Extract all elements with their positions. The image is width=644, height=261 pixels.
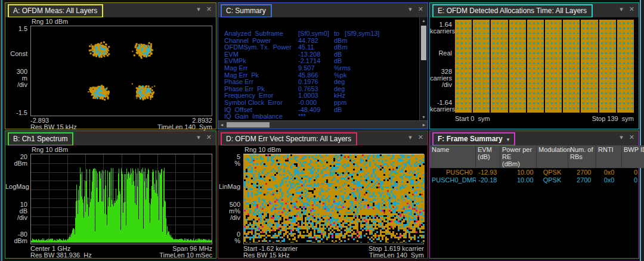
close-icon[interactable]: ✕ [629,133,634,141]
panel-d-titlebar: D: OFDM Err Vect Spectrum: All Layers ▾✕ [218,131,428,145]
close-icon[interactable]: ✕ [629,5,634,13]
allocation-bar [527,20,544,113]
tab-ofdm-meas[interactable]: A: OFDM Meas: All Layers [8,4,103,17]
spectrum-canvas [31,154,212,243]
summary-row: Mag Err Pk45.866%pk [224,72,419,79]
panel-b-titlebar: B: Ch1 Spectrum ▾✕ [5,131,216,145]
plot-footer: Res BW 15 kHzTimeLen 140 Sym [30,123,212,130]
panel-a-titlebar: A: OFDM Meas: All Layers ▾✕ [5,3,216,17]
close-icon[interactable]: ✕ [418,5,423,13]
table-cell: -12.93 [476,168,500,176]
tab-summary[interactable]: C: Summary [221,4,272,17]
y-axis-labels: 1.5Const300m/div-1.5 [5,26,29,116]
column-header[interactable]: Modulation [537,145,568,168]
axis-tick-label: LogMag [5,183,27,189]
summary-horizontal-scrollbar[interactable]: ◄ ► [218,120,428,129]
range-label: Rng 10 dBm [32,146,68,153]
table-cell: PUSCH0 [430,168,476,176]
axis-tick-label: -80dBm [5,231,27,244]
column-header[interactable]: Power per RE(dBm) [500,145,537,168]
table-row[interactable]: PUSCH0_DMRS-20.1810.00QPSK27000x00 [430,176,644,184]
panel-a-title: A: OFDM Meas: All Layers [13,7,97,15]
range-label: Rng 10 dBm [32,18,68,25]
tab-frame-summary[interactable]: F: Frame Summary▾ [432,132,515,145]
axis-tick-label: Const [5,51,27,57]
column-header[interactable]: Name [430,145,476,168]
table-cell: PUSCH0_DMRS [430,176,476,184]
summary-row: EVMPk-2.1714dB [224,58,419,65]
panel-c-title: C: Summary [226,7,266,15]
column-header[interactable]: BWP ID [622,145,644,168]
axis-tick-label: Real [430,50,452,57]
scroll-right-icon[interactable]: ► [420,121,428,129]
panel-frame-summary: F: Frame Summary▾ ▾✕ NameEVM(dB)Power pe… [429,130,639,259]
close-icon[interactable]: ✕ [418,133,423,141]
summary-row: Mag Err9.507%rms [224,65,419,72]
summary-row: Phase Err0.1976deg [224,79,419,86]
close-icon[interactable]: ✕ [206,5,212,13]
panel-err-vect-spectrum: D: OFDM Err Vect Spectrum: All Layers ▾✕… [218,130,428,259]
axis-tick-label: 5% [218,154,240,167]
panel-f-titlebar: F: Frame Summary▾ ▾✕ [430,131,639,145]
summary-row: Symbol Clock Error-0.000ppm [224,100,419,107]
summary-row: IQ Gain Imbalance*** [224,113,419,120]
plot-footer: Start 0 symStop 139 sym [455,115,634,122]
plot-footer-2: Res BW 15 kHzTimeLen 140 Sym [243,251,424,259]
axis-tick-label: -1.64kcarriers [430,100,452,113]
table-cell: 10.00 [500,176,537,184]
panel-summary: C: Summary ▾✕ Analyzed Subframe[Sf0,sym0… [218,2,428,129]
spectrum-plot [30,154,212,244]
tab-ch1-spectrum[interactable]: B: Ch1 Spectrum [8,132,73,145]
table-cell: 0 [622,176,644,184]
minimize-icon[interactable]: ▾ [620,133,623,141]
table-cell: 0 [622,168,644,176]
summary-vertical-scrollbar[interactable]: ▲ ▼ [419,17,428,121]
table-row[interactable]: PUSCH0-12.9310.00QPSK27000x00 [430,168,644,176]
table-cell: QPSK [537,176,568,184]
tab-detected-allocations[interactable]: E: OFDM Detected Allocations Time: All L… [432,4,593,17]
minimize-icon[interactable]: ▾ [408,133,412,141]
panel-ch1-spectrum: B: Ch1 Spectrum ▾✕ Rng 10 dBm 20dBmLogMa… [5,130,216,259]
summary-text: Analyzed Subframe[Sf0,sym0]to [Sf9,sym13… [218,17,419,121]
minimize-icon[interactable]: ▾ [408,5,412,13]
table-cell: 0x0 [596,168,622,176]
allocation-bar [545,20,562,113]
scrollbar-thumb[interactable] [227,122,270,128]
y-axis-labels: 20dBmLogMag10dB/div-80dBm [5,154,29,244]
minimize-icon[interactable]: ▾ [197,133,200,141]
allocation-bar [617,20,634,113]
allocation-bar [581,20,597,113]
dropdown-icon[interactable]: ▾ [507,136,510,142]
axis-tick-label: -1.5 [5,110,27,116]
summary-row: OFDMSym. Tx. Power45.11dBm [224,44,419,51]
axis-tick-label: 0% [218,231,240,244]
axis-tick-label: 20dBm [5,154,27,167]
scroll-up-icon[interactable]: ▲ [420,17,428,24]
minimize-icon[interactable]: ▾ [620,5,623,13]
scroll-left-icon[interactable]: ◄ [218,121,225,129]
column-header[interactable]: RNTI [596,145,622,168]
summary-row: Analyzed Subframe[Sf0,sym0]to [Sf9,sym13… [224,30,419,38]
minimize-icon[interactable]: ▾ [197,5,200,13]
table-cell: 2700 [568,176,596,184]
panel-e-title: E: OFDM Detected Allocations Time: All L… [438,7,587,15]
table-cell: -20.18 [476,176,500,184]
frame-summary-table: NameEVM(dB)Power per RE(dBm)ModulationNu… [430,145,644,184]
plot-footer-2: Res BW 381.936 HzTimeLen 10 mSec [30,251,212,259]
column-header[interactable]: Num. ofRBs [568,145,596,168]
allocation-bar [509,20,526,113]
evm-scatter-canvas [244,154,425,243]
axis-tick-label: LinMag [218,183,240,189]
scrollbar-thumb[interactable] [421,26,426,60]
axis-tick-label: 1.64kcarriers [430,21,452,35]
axis-tick-label: 500m%/div [218,201,240,220]
evm-scatter-plot [243,154,424,244]
panel-f-title: F: Frame Summary [438,135,503,143]
axis-tick-label: 1.5 [5,26,27,32]
allocation-bar [473,20,490,113]
table-header: NameEVM(dB)Power per RE(dBm)ModulationNu… [430,145,644,168]
tab-err-vect-spectrum[interactable]: D: OFDM Err Vect Spectrum: All Layers [221,132,357,145]
panel-b-title: B: Ch1 Spectrum [13,135,67,143]
column-header[interactable]: EVM(dB) [476,145,500,168]
close-icon[interactable]: ✕ [206,133,212,141]
